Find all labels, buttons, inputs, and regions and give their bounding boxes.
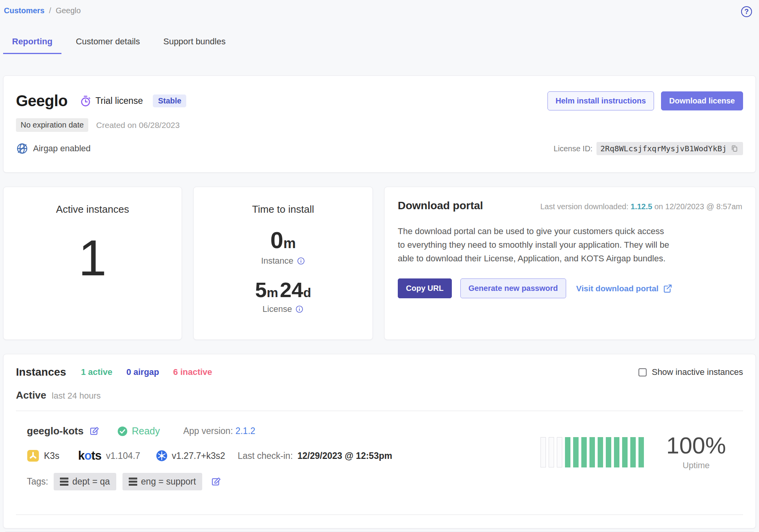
tags-list: dept = qaeng = support	[54, 473, 202, 490]
k8s-version-label: v1.27.7+k3s2	[172, 451, 225, 461]
count-active[interactable]: 1 active	[81, 367, 112, 377]
uptime-bar	[549, 437, 554, 467]
status-badge: Ready	[117, 425, 160, 437]
license-install-time: 5m 24d	[194, 279, 373, 300]
last-version-link[interactable]: 1.12.5	[631, 202, 652, 211]
instance-install-label: Instance	[194, 256, 373, 266]
airgap-label: Airgap enabled	[33, 144, 91, 154]
download-portal-description: The download portal can be used to give …	[398, 224, 672, 265]
instance-install-time: 0m	[194, 229, 373, 252]
status-label: Ready	[132, 425, 160, 437]
help-icon[interactable]: ?	[741, 6, 752, 17]
download-portal-title: Download portal	[398, 200, 483, 212]
breadcrumb-current: Geeglo	[56, 6, 81, 15]
tab-support-bundles[interactable]: Support bundles	[154, 37, 234, 54]
show-inactive-checkbox[interactable]	[638, 368, 647, 376]
ready-check-icon	[117, 426, 128, 437]
airgap-status: Airgap enabled	[16, 142, 91, 155]
tag-icon	[60, 478, 68, 486]
license-id-pill: 2Rq8WLcsjfxqrMysjvB1WodYkBj	[596, 142, 743, 155]
license-id-value: 2Rq8WLcsjfxqrMysjvB1WodYkBj	[600, 144, 727, 153]
breadcrumb: Customers / Geeglo	[4, 5, 81, 16]
count-inactive[interactable]: 6 inactive	[173, 367, 212, 377]
uptime-bar	[630, 437, 636, 467]
active-instances-title: Active instances	[3, 203, 182, 215]
tag-label: eng = support	[141, 476, 196, 487]
app-version-link[interactable]: 2.1.2	[235, 426, 255, 436]
download-portal-card: Download portal Last version downloaded:…	[384, 187, 756, 340]
uptime-bar	[614, 437, 619, 467]
last-version-downloaded: Last version downloaded: 1.12.5 on 12/20…	[540, 202, 742, 211]
license-id-row: License ID: 2Rq8WLcsjfxqrMysjvB1WodYkBj	[554, 142, 743, 155]
trial-timer-icon	[79, 95, 92, 107]
tab-customer-details[interactable]: Customer details	[67, 37, 149, 54]
uptime-bar	[638, 437, 644, 467]
time-to-install-title: Time to install	[194, 203, 373, 215]
show-inactive-label[interactable]: Show inactive instances	[652, 367, 743, 377]
uptime-bar	[540, 437, 546, 467]
uptime-bar	[565, 437, 570, 467]
copy-url-button[interactable]: Copy URL	[398, 278, 452, 298]
show-inactive-toggle: Show inactive instances	[638, 367, 743, 377]
tags-label: Tags:	[27, 476, 48, 487]
uptime-percent: 100%	[666, 434, 726, 457]
license-type-label: Trial license	[96, 96, 143, 106]
k3s-icon	[27, 450, 39, 462]
topbar: Customers / Geeglo ?	[0, 0, 759, 17]
active-section-label: Active	[16, 389, 46, 401]
uptime-bars	[540, 437, 644, 467]
kots-logo: kots	[78, 449, 101, 463]
active-section-range: last 24 hours	[52, 391, 101, 401]
edit-icon[interactable]	[89, 426, 100, 437]
tag-pill: eng = support	[122, 473, 202, 490]
tab-bar: Reporting Customer details Support bundl…	[3, 37, 759, 54]
instances-title: Instances	[16, 366, 66, 378]
generate-password-button[interactable]: Generate new password	[460, 278, 566, 298]
created-date: Created on 06/28/2023	[96, 121, 180, 130]
download-license-button[interactable]: Download license	[661, 91, 743, 110]
uptime-stat: 100% Uptime	[666, 434, 726, 471]
visit-portal-link[interactable]: Visit download portal	[576, 284, 673, 294]
uptime-bar	[581, 437, 587, 467]
tab-reporting[interactable]: Reporting	[3, 37, 61, 54]
instance-row: geeglo-kots Ready App version:	[16, 414, 743, 490]
instance-name: geeglo-kots	[27, 425, 84, 437]
license-install-label: License	[194, 304, 373, 314]
breadcrumb-customers-link[interactable]: Customers	[4, 6, 44, 15]
instances-card: Instances 1 active 0 airgap 6 inactive S…	[3, 354, 756, 528]
tag-icon	[129, 478, 137, 486]
metrics-row: Active instances 1 Time to install 0m In…	[3, 187, 756, 340]
info-icon[interactable]	[297, 257, 305, 265]
customer-header-card: Geeglo Trial license Stable Helm install…	[3, 75, 756, 173]
external-link-icon	[663, 284, 673, 294]
last-checkin-value: 12/29/2023 @ 12:53pm	[297, 451, 392, 461]
airgap-globe-icon	[16, 142, 28, 155]
helm-install-button[interactable]: Helm install instructions	[547, 91, 654, 110]
breadcrumb-separator: /	[49, 6, 51, 15]
info-icon[interactable]	[295, 305, 304, 313]
edit-icon[interactable]	[211, 476, 222, 487]
uptime-bar	[589, 437, 595, 467]
expiration-badge: No expiration date	[16, 118, 88, 132]
app-version: App version: 2.1.2	[183, 426, 255, 436]
license-type: Trial license	[79, 95, 143, 107]
license-id-label: License ID:	[554, 144, 593, 153]
distro: K3s	[27, 450, 59, 462]
tag-label: dept = qa	[72, 476, 110, 487]
kubernetes-version: v1.27.7+k3s2	[156, 450, 225, 462]
uptime-bar	[573, 437, 579, 467]
divider	[16, 514, 743, 515]
channel-badge: Stable	[153, 94, 186, 107]
uptime-bar	[598, 437, 603, 467]
active-instances-value: 1	[3, 233, 182, 283]
uptime-bar	[622, 437, 628, 467]
active-instances-card: Active instances 1	[3, 187, 182, 340]
uptime-group: 100% Uptime	[540, 434, 726, 471]
divider	[16, 411, 743, 411]
uptime-label: Uptime	[666, 460, 726, 471]
tag-pill: dept = qa	[54, 473, 116, 490]
instance-counts: 1 active 0 airgap 6 inactive	[81, 367, 212, 377]
kots-version: v1.104.7	[106, 451, 140, 461]
count-airgap[interactable]: 0 airgap	[126, 367, 159, 377]
copy-icon[interactable]	[730, 144, 739, 153]
